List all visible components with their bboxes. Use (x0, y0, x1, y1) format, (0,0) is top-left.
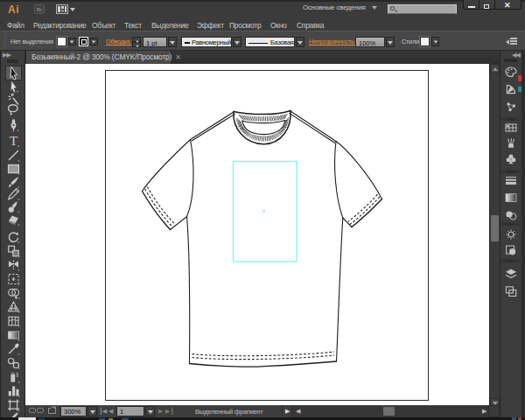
svg-text:T: T (10, 133, 18, 148)
